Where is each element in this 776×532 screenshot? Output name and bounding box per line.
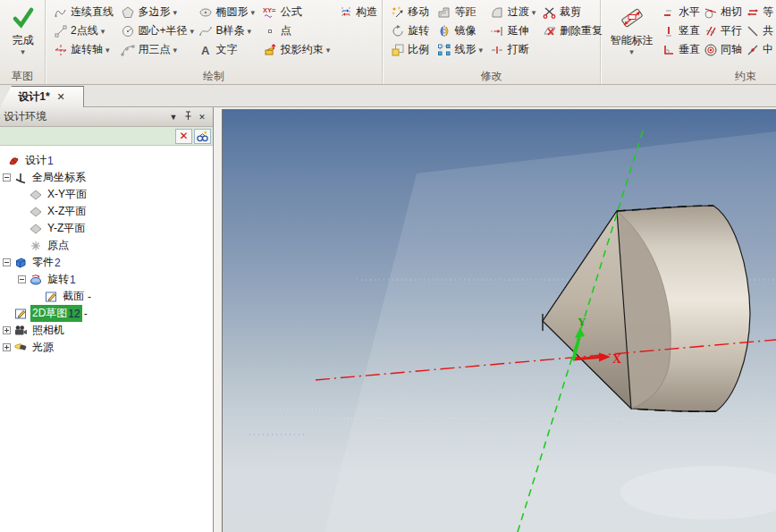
selected-tree-label: 2D草图12 xyxy=(30,305,82,322)
tree-item-origin[interactable]: 原点 xyxy=(0,237,213,254)
delete-duplicate-button[interactable]: 删除重复 xyxy=(539,21,596,40)
smart-dimension-button[interactable]: 智能标注 ▾ xyxy=(605,3,658,55)
expander-minus-icon[interactable] xyxy=(3,258,11,266)
move-button[interactable]: 移动 xyxy=(387,3,434,21)
linear-pattern-icon xyxy=(437,43,452,57)
polygon-button[interactable]: 多边形 ▾ xyxy=(117,3,195,21)
dropdown-arrow-icon: ▾ xyxy=(629,48,634,55)
parallel-constraint-button[interactable]: 平行 xyxy=(700,21,742,40)
polygon-icon xyxy=(120,5,135,20)
mirror-button[interactable]: 镜像 xyxy=(434,21,487,40)
collinear-constraint-button[interactable]: 共 xyxy=(742,21,776,40)
revolve-feature-icon xyxy=(30,274,43,286)
tangent-constraint-icon xyxy=(703,5,718,20)
rotate-button[interactable]: 旋转 xyxy=(387,21,434,40)
tree-item-yz-plane[interactable]: Y-Z平面 xyxy=(0,220,213,237)
parallel-constraint-icon xyxy=(703,24,718,38)
tab-design1[interactable]: 设计1* ✕ xyxy=(0,86,84,107)
center-radius-circle-button[interactable]: 圆心+半径 ▾ xyxy=(117,21,195,40)
two-point-line-button[interactable]: 2点线 ▾ xyxy=(50,21,117,40)
three-point-arc-icon xyxy=(120,43,135,57)
panel-close-icon[interactable]: ✕ xyxy=(195,113,209,122)
coordinate-system-icon xyxy=(14,172,28,184)
dropdown-arrow-icon: ▾ xyxy=(173,9,177,16)
expander-plus-icon[interactable] xyxy=(3,343,11,351)
revolve-axis-icon xyxy=(53,43,68,57)
finish-button[interactable]: 完成 ▾ xyxy=(4,3,41,55)
continuous-line-button[interactable]: 连续直线 xyxy=(50,3,117,21)
dropdown-arrow-icon: ▾ xyxy=(326,46,331,54)
tree-item-2d-sketch12-selected[interactable]: 2D草图12 - xyxy=(0,305,213,322)
group-label-sketch: 草图 xyxy=(0,69,45,84)
design-tree: 设计1 全局坐标系 X-Y平面 X-Z平面 Y-Z平面 xyxy=(0,146,213,356)
coaxial-constraint-icon xyxy=(703,43,718,57)
smart-dimension-label: 智能标注 xyxy=(611,33,654,48)
sketch-icon xyxy=(14,308,28,320)
finish-label: 完成 xyxy=(13,33,34,48)
finish-check-icon xyxy=(12,4,35,31)
tree-item-light[interactable]: 光源 xyxy=(0,339,213,356)
tree-item-xz-plane[interactable]: X-Z平面 xyxy=(0,203,213,220)
bspline-button[interactable]: B样条 ▾ xyxy=(195,21,259,40)
dropdown-arrow-icon: ▾ xyxy=(532,9,536,16)
horizontal-constraint-button[interactable]: 水平 xyxy=(658,3,700,21)
construction-button[interactable]: 构造 xyxy=(335,3,378,21)
revolve-axis-button[interactable]: 旋转轴 ▾ xyxy=(50,40,117,59)
offset-button[interactable]: 等距 xyxy=(434,3,487,21)
tree-item-revolve1[interactable]: 旋转1 xyxy=(0,271,213,288)
extend-button[interactable]: 延伸 xyxy=(487,21,539,40)
expander-minus-icon[interactable] xyxy=(3,173,11,182)
formula-button[interactable]: XY= 公式 xyxy=(260,3,335,21)
text-button[interactable]: A 文字 xyxy=(195,40,259,59)
collinear-constraint-icon xyxy=(745,24,760,38)
tree-item-part2[interactable]: 零件2 xyxy=(0,254,213,271)
panel-pin-icon[interactable] xyxy=(181,111,195,122)
expander-minus-icon[interactable] xyxy=(18,275,26,283)
panel-menu-icon[interactable]: ▼ xyxy=(166,113,181,122)
scale-button[interactable]: 比例 xyxy=(387,40,434,59)
red-x-icon: ✕ xyxy=(179,130,188,142)
x-axis-label: X xyxy=(612,352,621,366)
viewport-canvas[interactable]: X Y xyxy=(223,110,776,532)
trim-button[interactable]: 裁剪 xyxy=(539,3,596,21)
construction-icon xyxy=(338,5,353,20)
linear-pattern-button[interactable]: 线形 ▾ xyxy=(434,40,487,59)
break-button[interactable]: 打断 xyxy=(487,40,539,59)
clear-filter-button[interactable]: ✕ xyxy=(175,129,192,144)
group-label-modify: 修改 xyxy=(383,69,600,84)
dropdown-arrow-icon: ▾ xyxy=(101,28,105,35)
panel-title: 设计环境 xyxy=(4,109,166,124)
tab-close-icon[interactable]: ✕ xyxy=(57,91,65,103)
vertical-constraint-icon xyxy=(661,24,676,38)
sketch-icon xyxy=(45,291,58,303)
perpendicular-constraint-icon xyxy=(661,43,676,57)
tree-item-global-coordsys[interactable]: 全局坐标系 xyxy=(0,169,213,186)
ellipse-button[interactable]: 椭圆形 ▾ xyxy=(195,3,259,21)
plane-icon xyxy=(30,206,43,218)
fillet-button[interactable]: 过渡 ▾ xyxy=(487,3,539,21)
center-radius-icon xyxy=(120,24,135,38)
expander-plus-icon[interactable] xyxy=(3,326,11,334)
projection-constraint-button[interactable]: 投影约束 ▾ xyxy=(260,40,335,59)
continuous-line-icon xyxy=(53,5,68,20)
viewport-3d[interactable]: X Y xyxy=(222,109,776,532)
tree-item-camera[interactable]: 照相机 xyxy=(0,322,213,339)
perpendicular-constraint-button[interactable]: 垂直 xyxy=(658,40,700,59)
search-button[interactable] xyxy=(194,129,211,144)
point-button[interactable]: 点 xyxy=(260,21,335,40)
tree-item-section[interactable]: 截面 - xyxy=(0,288,213,305)
vertical-constraint-button[interactable]: 竖直 xyxy=(658,21,700,40)
dropdown-arrow-icon: ▾ xyxy=(250,9,255,16)
equal-constraint-button[interactable]: 等 xyxy=(742,3,776,21)
tree-item-xy-plane[interactable]: X-Y平面 xyxy=(0,186,213,203)
design-icon xyxy=(7,155,21,167)
delete-duplicate-icon xyxy=(542,24,557,38)
midpoint-constraint-button[interactable]: 中 xyxy=(742,40,776,59)
tangent-constraint-button[interactable]: 相切 xyxy=(700,3,742,21)
coaxial-constraint-button[interactable]: 同轴 xyxy=(700,40,742,59)
tree-filter-bar[interactable]: ✕ xyxy=(0,127,213,146)
svg-text:A: A xyxy=(201,44,210,57)
break-icon xyxy=(490,43,505,57)
tree-item-design1[interactable]: 设计1 xyxy=(0,152,213,169)
three-point-button[interactable]: 用三点 ▾ xyxy=(117,40,195,59)
